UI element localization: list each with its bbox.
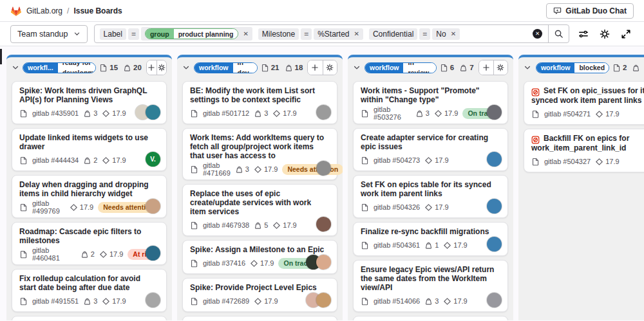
board-card[interactable]: Finalize re-sync backfill migrations git… xyxy=(353,222,508,256)
card-title[interactable]: Set FK on epics table for its synced wor… xyxy=(361,180,500,198)
card-title[interactable]: Create adapter service for creating epic… xyxy=(361,133,500,151)
breadcrumb-group[interactable]: GitLab.org xyxy=(26,6,62,15)
column-label[interactable]: workflow in review xyxy=(365,62,437,73)
assignee-avatars xyxy=(487,105,502,120)
avatar[interactable]: V. xyxy=(146,152,160,167)
avatar[interactable] xyxy=(487,293,502,307)
breadcrumb-page[interactable]: Issue Boards xyxy=(73,6,122,15)
board-card[interactable]: Delay when dragging and dropping items i… xyxy=(12,175,167,218)
avatar[interactable] xyxy=(146,293,160,307)
board-card[interactable]: Replace the uses of epic create/update s… xyxy=(182,184,337,236)
collapse-column-button[interactable] xyxy=(524,64,533,71)
card-title[interactable]: Delay when dragging and dropping items i… xyxy=(19,180,159,198)
column-label[interactable]: workflow in dev xyxy=(194,62,258,73)
avatar[interactable] xyxy=(146,246,160,261)
card-title[interactable]: Replace the uses of epic create/update s… xyxy=(190,189,330,216)
token-field[interactable]: Confidential xyxy=(369,28,417,40)
token-value[interactable]: group product planning ✕ xyxy=(141,27,252,41)
card-title[interactable]: Update linked items widgets to use drawe… xyxy=(19,133,159,151)
card-title[interactable]: Spike: Provide Project Level Epics xyxy=(190,283,330,292)
column-settings-button[interactable] xyxy=(156,60,166,75)
board-switcher[interactable]: Team standup xyxy=(10,25,88,43)
collapse-column-button[interactable] xyxy=(182,64,191,71)
avatar[interactable] xyxy=(146,199,160,214)
filter-token-milestone[interactable]: Milestone = %Started ✕ xyxy=(258,28,363,40)
card-title[interactable]: Set FK on epic_issues for its synced wor… xyxy=(531,86,644,105)
board-card[interactable]: Roadmap: Cascade epic filters to milesto… xyxy=(12,222,167,265)
card-title[interactable]: Spike: Work Items driven GraphQL API(s) … xyxy=(19,86,159,104)
avatar[interactable] xyxy=(146,105,160,120)
remove-token-icon[interactable]: ✕ xyxy=(450,30,456,37)
card-title[interactable]: BE: Modify the work item List sort setti… xyxy=(190,86,330,104)
card-title[interactable]: Backfill FK on epics for work_item_paren… xyxy=(531,134,644,152)
token-value[interactable]: %Started ✕ xyxy=(314,28,363,40)
add-issue-button[interactable] xyxy=(479,60,493,75)
board-card[interactable]: Spike: Provide Project Level Epics gitla… xyxy=(182,278,337,312)
fullscreen-button[interactable] xyxy=(621,28,631,39)
avatar[interactable] xyxy=(316,293,331,307)
token-value[interactable]: No ✕ xyxy=(432,28,460,40)
status-badge[interactable]: Needs attention xyxy=(282,164,343,175)
remove-token-icon[interactable]: ✕ xyxy=(242,30,248,37)
board-card[interactable]: Set FK on epics table for its synced wor… xyxy=(353,175,508,218)
board-card[interactable]: Update linked items widgets to use drawe… xyxy=(12,128,167,171)
avatar[interactable] xyxy=(487,199,502,214)
board-card[interactable]: Backfill FK on epics for work_item_paren… xyxy=(524,129,644,172)
board-card[interactable]: Add ability to reprioritize board cards … xyxy=(12,316,167,320)
remove-token-icon[interactable]: ✕ xyxy=(354,30,359,37)
board-card[interactable]: Fix rolledup calculation for avoid start… xyxy=(12,269,167,312)
collapse-column-button[interactable] xyxy=(353,64,361,71)
avatar[interactable] xyxy=(487,152,502,167)
avatar[interactable] xyxy=(316,161,331,176)
filter-token-confidential[interactable]: Confidential = No ✕ xyxy=(369,28,460,40)
board-card[interactable]: BE: Modify the work item List sort setti… xyxy=(182,81,337,124)
sort-options-button[interactable] xyxy=(578,28,589,39)
token-operator[interactable]: = xyxy=(419,28,430,40)
token-operator[interactable]: = xyxy=(301,28,312,40)
token-operator[interactable]: = xyxy=(128,28,139,40)
card-title[interactable]: Ensure legacy Epic views/API return the … xyxy=(361,265,500,292)
search-button[interactable] xyxy=(548,25,569,42)
assignee-avatars xyxy=(316,161,331,176)
column-settings-button[interactable] xyxy=(323,60,337,75)
gitlab-logo-icon[interactable] xyxy=(10,6,21,16)
board-card[interactable]: Allow users to set work in progress limi… xyxy=(182,316,337,320)
filter-token-label[interactable]: Label = group product planning ✕ xyxy=(100,27,252,41)
column-label[interactable]: workflow blocked xyxy=(536,62,609,73)
collapse-column-button[interactable] xyxy=(12,64,19,71)
card-title[interactable]: Work items - Support "Promote" within "C… xyxy=(361,86,500,104)
column-settings-button[interactable] xyxy=(493,60,507,75)
card-title[interactable]: Finalize re-sync backfill migrations xyxy=(361,227,500,236)
token-field[interactable]: Label xyxy=(100,28,126,40)
board-card[interactable]: Work items - Support "Promote" within "C… xyxy=(353,81,508,124)
column-label[interactable]: workfl... ready for developme... xyxy=(23,62,96,73)
breadcrumb-separator: / xyxy=(67,6,69,15)
add-issue-button[interactable] xyxy=(308,60,322,75)
board-config-button[interactable] xyxy=(600,28,610,39)
issue-type-icon xyxy=(190,221,198,230)
board-card[interactable]: Work Items: Add workItems query to fetch… xyxy=(182,128,337,180)
card-title[interactable]: Spike: Assign a Milestone to an Epic xyxy=(190,245,330,254)
board-card[interactable]: Ensure legacy Epic views/API return the … xyxy=(353,260,508,312)
card-title[interactable]: Work Items: Add workItems query to fetch… xyxy=(190,133,330,160)
chevron-down-icon xyxy=(182,64,190,71)
avatar[interactable] xyxy=(487,105,502,120)
add-issue-button[interactable] xyxy=(147,60,156,75)
token-field[interactable]: Milestone xyxy=(258,28,299,40)
avatar[interactable] xyxy=(316,105,331,120)
board-card[interactable]: Work items - Child items list occasional… xyxy=(353,316,508,320)
board-card[interactable]: Spike: Work Items driven GraphQL API(s) … xyxy=(12,81,167,124)
card-title[interactable]: Roadmap: Cascade epic filters to milesto… xyxy=(19,227,159,245)
board-card[interactable]: Set FK on epic_issues for its synced wor… xyxy=(524,81,644,125)
duo-chat-button[interactable]: GitLab Duo Chat xyxy=(546,3,634,19)
filtered-search-input[interactable]: Label = group product planning ✕ Milesto… xyxy=(94,24,569,43)
card-milestone: 17.9 xyxy=(102,109,126,118)
card-reference: gitlab #467938 xyxy=(203,221,249,229)
clear-filters-button[interactable]: ✕ xyxy=(533,29,542,39)
board-card[interactable]: Spike: Assign a Milestone to an Epic git… xyxy=(182,240,337,274)
board-card[interactable]: Create adapter service for creating epic… xyxy=(353,128,508,171)
avatar[interactable] xyxy=(487,237,502,252)
avatar[interactable] xyxy=(316,255,331,270)
card-title[interactable]: Fix rolledup calculation for avoid start… xyxy=(19,274,159,292)
avatar[interactable] xyxy=(316,217,331,232)
